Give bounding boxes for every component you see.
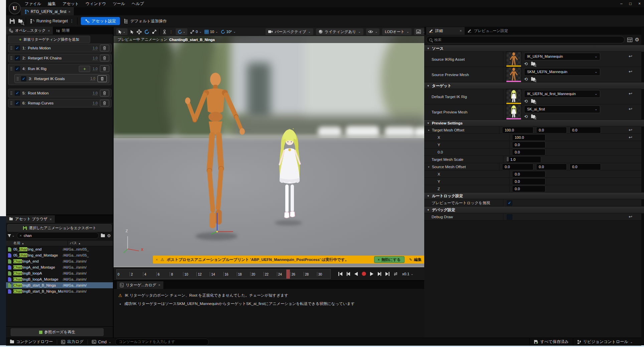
add-retarget-op-button[interactable]: + 新規リターゲティング操作を追加 — [8, 36, 90, 43]
go-to-end-button[interactable] — [385, 272, 390, 276]
source-mesh-dropdown[interactable]: SKM_UEFN_Mannequin ⌄ — [524, 68, 600, 76]
use-selected-asset-icon[interactable]: ⟲ — [524, 61, 528, 66]
translate-snap-control[interactable]: 0 ⌄ — [190, 30, 202, 34]
target-offset-x-input[interactable]: 100.0 — [502, 127, 533, 133]
target-scale-input[interactable]: 1.0 — [506, 156, 541, 163]
browse-to-asset-icon[interactable] — [531, 78, 535, 81]
asset-row[interactable]: ChantingA_end_Montage /All/Ga...i/anim/ — [6, 264, 113, 270]
tab-retarget-log[interactable]: リターゲ...カログ × — [117, 281, 163, 289]
op-weight[interactable]: 1.0 — [93, 67, 98, 71]
clear-search-icon[interactable]: × — [20, 234, 22, 238]
grid-snap-control[interactable]: 10 ⌄ — [204, 30, 218, 34]
play-ref-pose-button[interactable]: 参照ポーズを再生 — [11, 328, 104, 336]
browse-to-asset-icon[interactable] — [531, 115, 535, 118]
source-offset-y-sub-input[interactable]: 0.0 — [512, 178, 545, 185]
details-tab-close-icon[interactable]: × — [460, 29, 462, 33]
drag-handle-icon[interactable] — [10, 46, 12, 50]
expand-arrow-icon[interactable]: ▼ — [428, 129, 430, 131]
play-reverse-button[interactable] — [354, 272, 358, 276]
asset-row[interactable]: ChantingB_loopA_Montage /All/Ga...i/anim… — [6, 276, 113, 282]
all-saved-button[interactable]: すべて保存済み — [530, 338, 573, 346]
record-button[interactable] — [361, 271, 366, 276]
surface-snap-icon[interactable] — [162, 29, 167, 34]
lighting-dropdown[interactable]: ライティングあり ⌄ — [316, 28, 363, 35]
use-selected-asset-icon[interactable]: ⟲ — [524, 77, 528, 82]
revert-icon[interactable]: ↩ — [629, 127, 632, 132]
tab-op-stack[interactable]: オペレ...スタック × — [6, 27, 53, 34]
revert-icon[interactable]: ↩ — [629, 214, 632, 219]
default-ops-button[interactable]: デフォルト追加操作 — [123, 18, 167, 24]
step-back-button[interactable] — [346, 272, 351, 276]
delete-op-button[interactable] — [100, 45, 109, 51]
column-name[interactable]: 名前 ▲ — [6, 241, 67, 246]
disable-postprocess-button[interactable]: × 無効にする — [374, 256, 405, 263]
op-weight[interactable]: 1.0 — [93, 101, 98, 105]
op-row-run-ik-rig[interactable]: ✓ 4: Run IK Rig + 1.0 — [8, 64, 111, 73]
revision-control-button[interactable]: リビジョンコントロール ⌄ — [573, 338, 637, 346]
menu-asset[interactable]: アセット — [59, 0, 82, 7]
output-log-button[interactable]: 出力ログ — [57, 338, 88, 346]
op-row-pelvis-motion[interactable]: ✓ 1: Pelvis Motion 1.0 — [8, 44, 112, 52]
target-girl-character[interactable] — [273, 128, 306, 224]
drag-handle-icon[interactable] — [10, 91, 12, 95]
window-maximize-button[interactable]: □ — [626, 0, 635, 7]
op-weight[interactable]: 1.0 — [90, 76, 95, 81]
tab-hierarchy[interactable]: 階層 — [53, 27, 72, 34]
source-offset-z-sub-input[interactable]: 0.0 — [512, 186, 545, 192]
asset-settings-button[interactable]: アセット設定 — [81, 17, 120, 25]
op-checkbox[interactable]: ✓ — [15, 55, 20, 61]
drag-handle-icon[interactable] — [10, 101, 12, 105]
target-offset-y-input[interactable]: 0.0 — [536, 127, 567, 133]
op-row-retarget-ik-goals[interactable]: ✓ 3: Retarget IK Goals 1.0 — [14, 74, 109, 83]
delete-op-button[interactable] — [100, 55, 109, 61]
ignore-root-lock-checkbox[interactable]: ✓ — [507, 200, 512, 206]
revert-icon[interactable]: ↩ — [629, 54, 632, 59]
source-offset-y-input[interactable]: 0.0 — [536, 163, 567, 170]
window-minimize-button[interactable]: – — [617, 0, 626, 7]
warning-close-icon[interactable]: × — [156, 258, 158, 262]
play-button[interactable] — [370, 272, 374, 276]
cmd-dropdown[interactable]: Cmd ⌄ — [88, 338, 115, 346]
slider-grip[interactable] — [507, 157, 509, 161]
menu-window[interactable]: ウィンドウ — [82, 0, 109, 7]
target-offset-x-sub-input[interactable]: 100.0 — [512, 134, 545, 141]
menu-help[interactable]: ヘルプ — [128, 0, 147, 7]
op-checkbox[interactable]: ✓ — [15, 66, 20, 71]
expand-arrow-icon[interactable]: ▼ — [428, 166, 430, 168]
target-mesh-dropdown[interactable]: SK_ai_first ⌄ — [524, 105, 600, 113]
column-path[interactable]: パス ▲ — [67, 241, 80, 246]
playback-speed-dropdown[interactable]: x0.1 ⌄ — [402, 272, 413, 276]
drag-handle-icon[interactable] — [17, 77, 19, 81]
op-weight[interactable]: 1.0 — [93, 46, 98, 50]
menu-edit[interactable]: 編集 — [44, 0, 59, 7]
asset-row[interactable]: ChantingB_loopA /All/Ga...i/anim/ — [6, 270, 113, 276]
source-offset-x-sub-input[interactable]: 0.0 — [512, 171, 545, 178]
show-flags-dropdown[interactable]: ⌄ — [366, 28, 380, 35]
section-source[interactable]: ▼ ソース — [424, 45, 644, 52]
export-animations-button[interactable]: 選択したアニメーションをエクスポート — [7, 224, 112, 232]
asset-settings-gear-button[interactable]: ⚙ — [107, 233, 111, 238]
delete-op-button[interactable] — [100, 65, 109, 72]
asset-browser-tab-close-icon[interactable]: × — [49, 217, 51, 221]
display-filter-icon[interactable] — [627, 38, 632, 42]
running-retarget-button[interactable]: Running Retarget ⋮ — [29, 19, 74, 24]
target-offset-y-sub-input[interactable]: 0.0 — [512, 141, 545, 148]
edit-postprocess-button[interactable]: ✎ 編集 — [407, 257, 424, 262]
delete-op-button[interactable] — [100, 90, 109, 96]
section-target[interactable]: ▼ ターゲット — [424, 82, 644, 89]
target-offset-z-sub-input[interactable]: 0.0 — [512, 149, 545, 155]
save-button[interactable] — [9, 18, 15, 24]
source-offset-x-input[interactable]: 0.0 — [502, 163, 533, 170]
drag-handle-icon[interactable] — [10, 67, 12, 71]
translate-tool-icon[interactable] — [137, 29, 142, 34]
op-weight[interactable]: 1.0 — [93, 91, 98, 95]
source-mesh-thumbnail[interactable] — [506, 67, 521, 82]
filter-button[interactable]: ⌄ — [7, 234, 15, 238]
tab-rtg-uefn-ai-first[interactable]: RTG_UEFN_ai_first × — [21, 7, 74, 15]
step-forward-button[interactable] — [377, 272, 381, 276]
revert-icon[interactable]: ↩ — [629, 91, 632, 96]
rotation-snap-control[interactable]: 10° ⌄ — [221, 30, 236, 34]
perspective-dropdown[interactable]: パースペクティブ ⌄ — [266, 28, 313, 35]
timeline-playhead[interactable] — [286, 270, 290, 279]
lod-dropdown[interactable]: LODオート ⌄ — [382, 28, 412, 35]
